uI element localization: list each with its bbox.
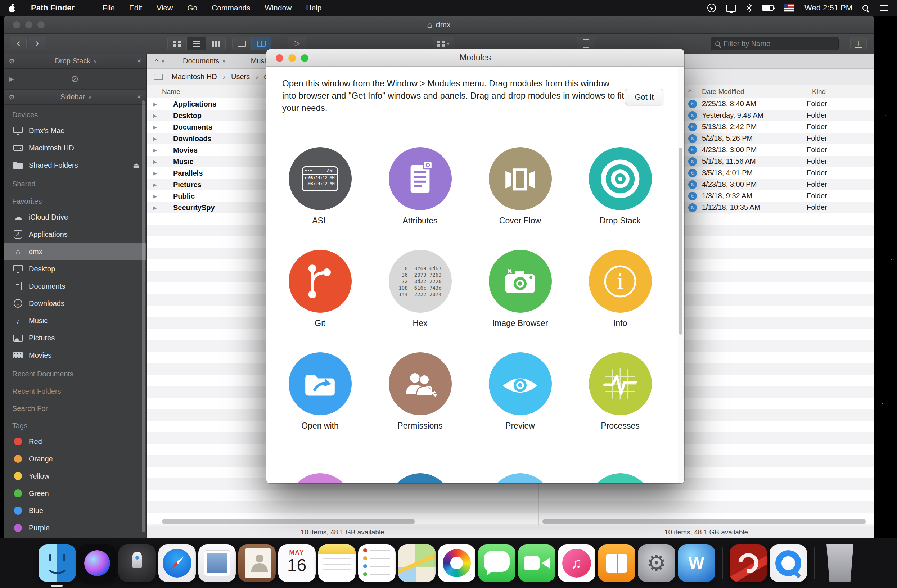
window-titlebar[interactable]: ⌂dmx	[4, 16, 874, 34]
forward-button[interactable]: ›	[29, 37, 45, 50]
sidebar-item-dmx[interactable]: ⌂dmx	[4, 243, 146, 260]
kind-column-header[interactable]: Kind	[807, 85, 826, 98]
menu-item[interactable]: Commands	[212, 4, 250, 12]
dock-icon-adobe-acrobat[interactable]	[730, 544, 767, 582]
breadcrumb-item[interactable]: Users	[231, 73, 250, 81]
dual-pane-button[interactable]	[252, 37, 271, 50]
sidebar-item-documents[interactable]: Documents	[4, 278, 146, 295]
close-window-button[interactable]	[13, 21, 20, 28]
dock-icon-system-preferences[interactable]: ⚙	[638, 544, 675, 582]
dock-icon-safari[interactable]	[158, 544, 196, 582]
left-pane-hscrollbar[interactable]	[162, 519, 415, 524]
dock-icon-reminders[interactable]	[358, 544, 396, 582]
module-image-browser[interactable]: Image Browser	[489, 250, 552, 328]
module-asl[interactable]: ASL ▶08:24:12 AM ▶08:24:12 AM ASL	[289, 147, 352, 226]
sidebar-item-macintosh-hd[interactable]: Macintosh HD	[4, 139, 146, 157]
sidebar-item-music[interactable]: ♪Music	[4, 312, 146, 329]
module-open-with[interactable]: Open with	[289, 352, 352, 431]
module-attributes[interactable]: Attributes	[389, 147, 452, 226]
gear-icon[interactable]: ⚙	[9, 57, 15, 66]
date-modified-column-header[interactable]: Date Modified	[702, 88, 744, 96]
view-options-dropdown[interactable]: ▾	[433, 37, 454, 50]
spotlight-search-icon[interactable]	[862, 3, 869, 13]
sidebar-item-icloud-drive[interactable]: ☁iCloud Drive	[4, 208, 146, 226]
module-partial[interactable]	[270, 473, 370, 483]
dock-icon-launchpad[interactable]	[118, 544, 156, 582]
got-it-button[interactable]: Got it	[625, 89, 663, 105]
sidebar-item-pictures[interactable]: Pictures	[4, 329, 146, 347]
app-menu-title[interactable]: Path Finder	[31, 3, 75, 12]
recent-folders-section-title[interactable]: Recent Folders	[4, 381, 146, 399]
single-pane-button[interactable]	[232, 37, 252, 50]
sidebar-item-tag[interactable]: Green	[4, 485, 146, 502]
path-chip-button[interactable]: Documents∨	[183, 57, 226, 65]
disclosure-triangle-icon[interactable]: ▶	[9, 76, 14, 82]
dock-icon-siri[interactable]	[78, 544, 116, 582]
dock-icon-itunes[interactable]: ♫	[558, 544, 595, 582]
close-dialog-button[interactable]	[276, 54, 283, 62]
gear-icon[interactable]: ⚙	[9, 93, 15, 101]
dialog-scrollbar-thumb[interactable]	[679, 148, 683, 334]
dock-icon-notes[interactable]	[318, 544, 356, 582]
bluetooth-menu-icon[interactable]	[746, 3, 752, 13]
sidebar-item-applications[interactable]: AApplications	[4, 226, 146, 243]
module-drop-stack[interactable]: Drop Stack	[589, 147, 652, 226]
home-path-button[interactable]: ⌂∨	[155, 57, 165, 65]
name-column-header[interactable]: Name	[162, 88, 180, 96]
menu-item[interactable]: Edit	[129, 4, 142, 12]
battery-menu-icon[interactable]	[762, 3, 773, 13]
sidebar-item-desktop[interactable]: Desktop	[4, 260, 146, 278]
download-button[interactable]: ↓	[850, 37, 867, 50]
eject-icon[interactable]: ⏏	[133, 161, 140, 170]
dock-icon-finder[interactable]	[38, 544, 76, 582]
dock-icon-ibooks[interactable]	[598, 544, 635, 582]
sidebar-item-shared-folders[interactable]: Shared Folders⏏	[4, 157, 146, 174]
menu-item[interactable]: File	[103, 4, 115, 12]
menu-item[interactable]: View	[156, 4, 173, 12]
dock-icon-photos[interactable]	[438, 544, 476, 582]
module-permissions[interactable]: Permissions	[389, 352, 452, 431]
dock-icon-w-globe[interactable]: W	[678, 544, 715, 582]
back-button[interactable]: ‹	[10, 37, 27, 50]
module-preview[interactable]: Preview	[489, 352, 552, 431]
dock-icon-messages[interactable]	[478, 544, 516, 582]
module-processes[interactable]: Processes	[589, 352, 652, 431]
zoom-window-button[interactable]	[37, 21, 44, 28]
minimize-dialog-button[interactable]	[288, 54, 296, 62]
location-menu-icon[interactable]	[707, 3, 716, 13]
close-sidebar-icon[interactable]: ×	[137, 93, 141, 101]
sidebar-item-dmxs-mac[interactable]: Dmx's Mac	[4, 122, 146, 139]
document-info-button[interactable]	[577, 37, 595, 50]
notification-center-icon[interactable]	[880, 3, 888, 13]
dock-icon-contacts[interactable]	[238, 544, 276, 582]
modules-dialog-titlebar[interactable]: Modules	[266, 49, 684, 67]
module-cover-flow[interactable]: Cover Flow	[489, 147, 552, 226]
recent-documents-section-title[interactable]: Recent Documents	[4, 364, 146, 381]
right-pane-hscrollbar[interactable]	[542, 519, 866, 524]
sidebar-item-tag[interactable]: Purple	[4, 519, 146, 536]
dock-icon-mail[interactable]	[198, 544, 236, 582]
search-for-section-title[interactable]: Search For	[4, 399, 146, 415]
module-hex[interactable]: 03672108144 3c69 6d672073 72633d22 22206…	[389, 250, 452, 328]
dock-icon-calendar[interactable]: MAY16	[278, 544, 316, 582]
menu-bar-clock[interactable]: Wed 2:51 PM	[805, 3, 853, 12]
sidebar-item-tag[interactable]: Yellow	[4, 467, 146, 485]
column-view-button[interactable]	[206, 37, 226, 50]
module-partial[interactable]	[570, 473, 670, 483]
module-partial[interactable]	[370, 473, 470, 483]
menu-item[interactable]: Go	[187, 4, 197, 12]
breadcrumb-item[interactable]: Macintosh HD	[172, 73, 217, 81]
sidebar-scrollbar[interactable]	[142, 101, 145, 532]
close-drop-stack-icon[interactable]: ×	[137, 57, 141, 65]
input-source-flag-icon[interactable]	[784, 3, 794, 13]
drop-stack-area[interactable]: ▶ ⊘	[4, 69, 146, 90]
menu-item[interactable]: Help	[306, 4, 321, 12]
display-menu-icon[interactable]	[726, 3, 736, 13]
zoom-dialog-button[interactable]	[301, 54, 308, 62]
sidebar-item-movies[interactable]: Movies	[4, 347, 146, 364]
play-button[interactable]: ▷	[288, 37, 306, 50]
list-view-button[interactable]	[187, 37, 206, 50]
dock-icon-trash[interactable]	[821, 544, 859, 582]
icon-view-button[interactable]	[167, 37, 187, 50]
module-info[interactable]: i Info	[589, 250, 652, 328]
